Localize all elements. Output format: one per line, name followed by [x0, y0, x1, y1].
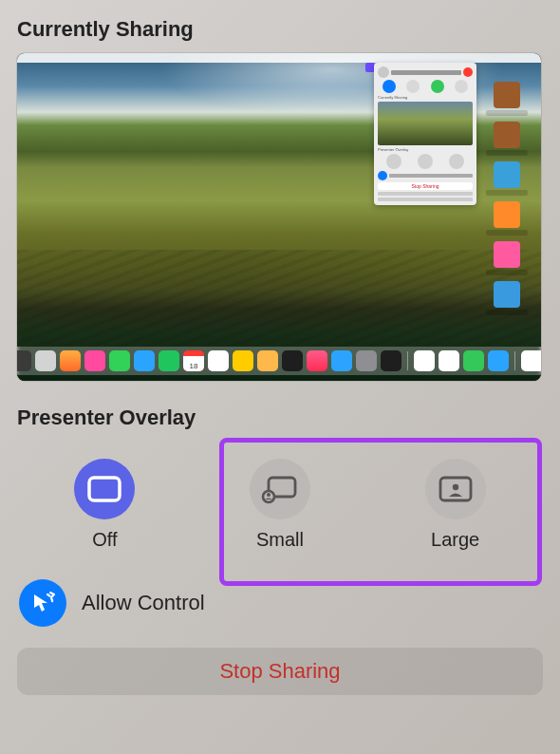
svg-rect-0 [89, 478, 120, 500]
safari2-icon [488, 350, 509, 371]
safari-icon [35, 350, 56, 371]
appstore-icon [331, 350, 352, 371]
dock: 18 [17, 347, 541, 375]
svg-point-3 [267, 493, 271, 497]
end-call-icon [463, 67, 473, 77]
app-icon [257, 350, 278, 371]
nested-share-popup: Currently Sharing Presenter Overlay Stop… [374, 63, 476, 205]
overlay-option-small[interactable]: Small [193, 445, 368, 568]
allow-control-icon [19, 579, 66, 627]
overlay-small-label: Small [256, 529, 304, 551]
launchpad-icon [17, 350, 31, 371]
more-icon [455, 80, 468, 93]
camera-icon [406, 80, 420, 93]
folder-icon [494, 281, 520, 308]
screen-share-preview[interactable]: Currently Sharing Presenter Overlay Stop… [17, 53, 541, 381]
avatar [378, 66, 389, 78]
overlay-large-icon [425, 459, 486, 519]
overlay-option-large[interactable]: Large [367, 445, 543, 568]
allow-control-row[interactable]: Allow Control [17, 568, 543, 627]
folder-icon [494, 161, 520, 188]
app-icon [84, 350, 105, 371]
folder-icon [494, 201, 520, 228]
menubar [17, 53, 541, 63]
slack-icon [439, 350, 459, 371]
desktop-icons [478, 82, 535, 343]
stop-sharing-button[interactable]: Stop Sharing [17, 648, 543, 695]
firefox-icon [60, 350, 81, 371]
terminal-icon [381, 350, 401, 371]
app-icon [463, 350, 484, 371]
overlay-small-icon [250, 459, 310, 519]
nested-off-icon [386, 154, 401, 169]
overlay-option-off[interactable]: Off [17, 445, 193, 568]
edge-icon [414, 350, 435, 371]
nested-small-icon [418, 154, 433, 169]
caller-name-placeholder [391, 70, 461, 75]
tv-icon [282, 350, 303, 371]
allow-control-label: Allow Control [82, 591, 205, 615]
mic-icon [383, 80, 396, 93]
folder-icon [494, 122, 520, 148]
reminders-icon [233, 350, 253, 371]
currently-sharing-title: Currently Sharing [17, 17, 543, 42]
presenter-overlay-options: Off Small [17, 442, 543, 568]
overlay-off-label: Off [92, 529, 117, 551]
nested-stop-sharing: Stop Sharing [378, 182, 473, 190]
nested-large-icon [449, 154, 464, 169]
downloads-icon [521, 350, 541, 371]
settings-icon [356, 350, 377, 371]
nested-allow-control-icon [378, 171, 387, 180]
messages-icon [109, 350, 130, 371]
mail-icon [134, 350, 155, 371]
presenter-overlay-title: Presenter Overlay [17, 405, 543, 430]
share-icon [431, 80, 444, 93]
overlay-large-label: Large [431, 529, 479, 551]
facetime-icon [159, 350, 179, 371]
notes-icon [208, 350, 229, 371]
nested-preview [378, 102, 473, 145]
calendar-icon: 18 [183, 350, 204, 371]
folder-icon [494, 241, 520, 268]
folder-icon [494, 82, 520, 108]
music-icon [307, 350, 327, 371]
svg-point-5 [452, 484, 457, 490]
overlay-off-icon [74, 459, 135, 519]
